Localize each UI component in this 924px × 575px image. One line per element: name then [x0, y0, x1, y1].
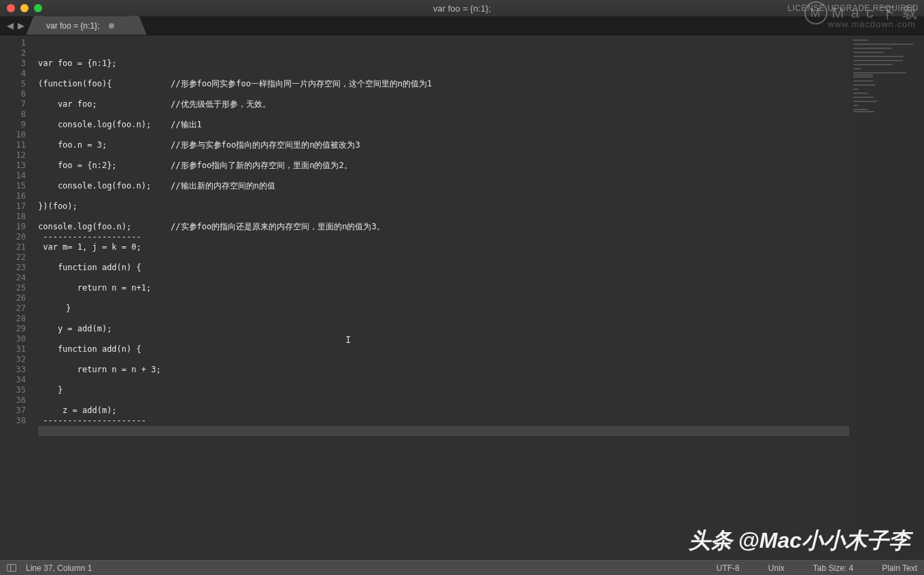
code-line — [38, 171, 849, 181]
line-number: 1 — [0, 38, 26, 48]
code-line — [38, 355, 849, 365]
line-number: 5 — [0, 79, 26, 89]
cursor-position[interactable]: Line 37, Column 1 — [26, 563, 92, 573]
syntax-indicator[interactable]: Plain Text — [882, 563, 917, 573]
code-line: console.log(foo.n); //输出新的内存空间的n的值 — [38, 181, 849, 191]
status-bar: Line 37, Column 1 UTF-8 Unix Tab Size: 4… — [0, 560, 924, 575]
line-number: 11 — [0, 140, 26, 150]
line-number: 27 — [0, 303, 26, 314]
line-number: 35 — [0, 385, 26, 395]
code-line — [38, 436, 849, 446]
line-number: 29 — [0, 324, 26, 334]
code-line — [38, 426, 849, 436]
close-window-button[interactable] — [7, 4, 15, 12]
minimap-line — [853, 76, 873, 78]
encoding-indicator[interactable]: UTF-8 — [717, 563, 740, 573]
code-line — [38, 375, 849, 385]
line-number: 7 — [0, 99, 26, 110]
minimap-line — [853, 68, 861, 69]
line-number: 2 — [0, 48, 26, 59]
code-line — [38, 334, 849, 344]
line-number: 24 — [0, 273, 26, 283]
line-number: 33 — [0, 365, 26, 375]
tab-bar: ◀ ▶ var foo = {n:1}; — [0, 16, 924, 35]
line-number: 16 — [0, 191, 26, 201]
tab-size-indicator[interactable]: Tab Size: 4 — [813, 563, 853, 573]
nav-forward-icon[interactable]: ▶ — [18, 20, 24, 31]
code-line — [38, 252, 849, 263]
code-line: } — [38, 385, 849, 395]
line-number: 31 — [0, 344, 26, 355]
titlebar: var foo = {n:1}; LICENSE UPGRADE REQUIRE… — [0, 0, 924, 16]
editor-window: var foo = {n:1}; LICENSE UPGRADE REQUIRE… — [0, 0, 924, 575]
line-number: 25 — [0, 283, 26, 293]
code-line — [38, 89, 849, 99]
minimap-line — [853, 39, 868, 41]
minimap-line — [853, 64, 892, 65]
code-line: })(foo); — [38, 201, 849, 212]
code-line: console.log(foo.n); //输出1 — [38, 120, 849, 130]
code-editor[interactable]: var foo = {n:1};(function(foo){ //形参foo同… — [31, 35, 849, 560]
code-line: z = add(m); — [38, 406, 849, 416]
minimap-line — [853, 52, 884, 53]
minimap-line — [853, 97, 873, 98]
nav-back-icon[interactable]: ◀ — [7, 20, 14, 31]
code-line — [38, 69, 849, 79]
status-left: Line 37, Column 1 — [7, 563, 92, 573]
line-number: 20 — [0, 232, 26, 242]
minimap-line — [853, 80, 873, 82]
line-ending-indicator[interactable]: Unix — [768, 563, 785, 573]
line-number: 10 — [0, 130, 26, 140]
code-line: -------------------- — [38, 232, 849, 242]
code-line: return n = n + 3; — [38, 365, 849, 375]
code-line: var m= 1, j = k = 0; — [38, 242, 849, 252]
code-line — [38, 110, 849, 120]
line-number: 3 — [0, 59, 26, 69]
editor-area: 1234567891011121314151617181920212223242… — [0, 35, 924, 560]
file-tab[interactable]: var foo = {n:1}; — [35, 16, 137, 35]
minimap-line — [853, 48, 891, 49]
line-number: 21 — [0, 242, 26, 252]
minimap-line — [853, 56, 904, 57]
license-notice: LICENSE UPGRADE REQUIRED — [787, 3, 919, 13]
line-number: 30 — [0, 334, 26, 344]
line-number: 17 — [0, 201, 26, 212]
code-line — [38, 150, 849, 161]
line-number: 15 — [0, 181, 26, 191]
code-line — [38, 314, 849, 324]
minimap-line — [853, 72, 906, 73]
code-line — [38, 212, 849, 222]
line-number-gutter[interactable]: 1234567891011121314151617181920212223242… — [0, 35, 31, 560]
line-number: 38 — [0, 416, 26, 426]
code-line: (function(foo){ //形参foo同实参foo一样指向同一片内存空间… — [38, 79, 849, 89]
code-line: var foo = {n:1}; — [38, 59, 849, 69]
tab-dirty-indicator-icon — [109, 23, 114, 29]
maximize-window-button[interactable] — [34, 4, 42, 12]
minimap-line — [853, 84, 875, 86]
code-line — [38, 273, 849, 283]
minimap-line — [853, 111, 874, 112]
minimize-window-button[interactable] — [20, 4, 29, 12]
line-number: 19 — [0, 222, 26, 232]
line-number: 34 — [0, 375, 26, 385]
line-number: 4 — [0, 69, 26, 79]
line-number: 12 — [0, 150, 26, 161]
code-line — [38, 395, 849, 406]
line-number: 37 — [0, 406, 26, 416]
line-number: 9 — [0, 120, 26, 130]
code-line: var foo; //优先级低于形参，无效。 — [38, 99, 849, 110]
code-line: --------------------- — [38, 416, 849, 426]
line-number: 23 — [0, 263, 26, 273]
line-number: 28 — [0, 314, 26, 324]
line-number: 32 — [0, 355, 26, 365]
code-line: function add(n) { — [38, 344, 849, 355]
minimap-line — [853, 60, 903, 61]
line-number: 14 — [0, 171, 26, 181]
panel-toggle-icon[interactable] — [7, 564, 16, 572]
line-number: 8 — [0, 110, 26, 120]
text-cursor-icon: 𝙸 — [345, 335, 346, 345]
line-number: 26 — [0, 293, 26, 303]
minimap-line — [853, 88, 859, 90]
minimap-line — [853, 74, 873, 76]
minimap[interactable] — [849, 35, 924, 560]
